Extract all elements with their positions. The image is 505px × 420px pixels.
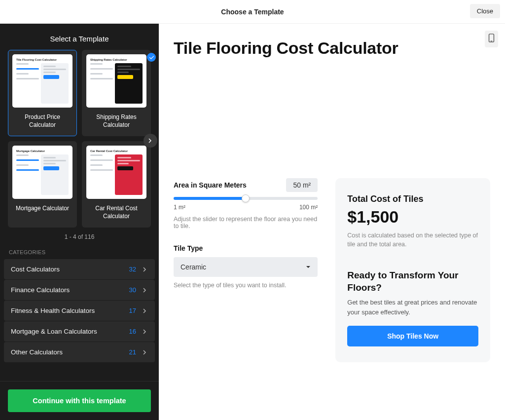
area-label: Area in Square Meters bbox=[174, 181, 247, 189]
tile-label: Tile Type bbox=[174, 244, 203, 252]
modal-title: Choose a Template bbox=[221, 8, 284, 16]
template-thumb: Car Rental Cost Calculator bbox=[86, 146, 146, 199]
cta-text: Get the best tiles at great prices and r… bbox=[347, 298, 478, 317]
categories-heading: CATEGORIES bbox=[0, 244, 159, 259]
main: Select a Template Tile Flooring Cost Cal… bbox=[0, 24, 505, 420]
category-other[interactable]: Other Calculators 21 bbox=[4, 342, 155, 362]
area-slider[interactable]: 1 m² 100 m² bbox=[174, 197, 318, 211]
area-value: 50 m² bbox=[286, 178, 318, 192]
preview-result-panel: Total Cost of Tiles $1,500 Cost is calcu… bbox=[335, 178, 490, 362]
template-card-shipping-rates[interactable]: Shipping Rates Calculator Shipping Rates… bbox=[82, 50, 151, 136]
templates-grid: Tile Flooring Cost Calculator Product Pr… bbox=[0, 50, 159, 228]
template-label: Car Rental Cost Calculator bbox=[86, 205, 146, 220]
shop-button[interactable]: Shop Tiles Now bbox=[347, 326, 478, 346]
slider-max: 100 m² bbox=[299, 204, 318, 211]
device-toggle-mobile[interactable] bbox=[485, 31, 498, 47]
preview-content: Area in Square Meters 50 m² 1 m² 100 m² bbox=[174, 178, 490, 362]
template-label: Product Price Calculator bbox=[12, 114, 72, 129]
mobile-icon bbox=[488, 34, 495, 42]
chevron-right-icon bbox=[142, 287, 148, 293]
slider-thumb[interactable] bbox=[242, 194, 250, 202]
chevron-right-icon bbox=[147, 138, 153, 144]
templates-pagination: 1 - 4 of 116 bbox=[0, 228, 159, 244]
total-hint: Cost is calculated based on the selected… bbox=[347, 231, 478, 249]
categories-list: Cost Calculators 32 Finance Calculators … bbox=[0, 259, 159, 362]
template-label: Shipping Rates Calculator bbox=[86, 114, 146, 129]
area-field: Area in Square Meters 50 m² 1 m² 100 m² bbox=[174, 178, 318, 229]
check-icon bbox=[147, 53, 156, 62]
chevron-right-icon bbox=[142, 308, 148, 314]
template-card-mortgage[interactable]: Mortgage Calculator Mortgage Calculator bbox=[8, 141, 77, 228]
templates-next-button[interactable] bbox=[144, 134, 157, 148]
total-label: Total Cost of Tiles bbox=[347, 194, 478, 204]
preview-left-column: Area in Square Meters 50 m² 1 m² 100 m² bbox=[174, 178, 318, 362]
preview-pane: Tile Flooring Cost Calculator Area in Sq… bbox=[159, 24, 505, 420]
template-thumb: Shipping Rates Calculator bbox=[86, 54, 146, 108]
tile-type-select[interactable]: Ceramic bbox=[174, 257, 318, 277]
tile-field: Tile Type Ceramic Select the type of til… bbox=[174, 244, 318, 289]
chevron-right-icon bbox=[142, 267, 148, 272]
close-button[interactable]: Close bbox=[470, 4, 500, 18]
cta-title: Ready to Transform Your Floors? bbox=[347, 269, 478, 294]
sidebar-footer: Continue with this template bbox=[0, 381, 159, 420]
chevron-right-icon bbox=[142, 349, 148, 355]
template-label: Mortgage Calculator bbox=[12, 205, 72, 213]
topbar: Choose a Template Close bbox=[0, 0, 505, 24]
slider-min: 1 m² bbox=[174, 204, 185, 211]
category-finance[interactable]: Finance Calculators 30 bbox=[4, 280, 155, 300]
category-cost[interactable]: Cost Calculators 32 bbox=[4, 259, 155, 279]
continue-button[interactable]: Continue with this template bbox=[8, 389, 151, 412]
sidebar: Select a Template Tile Flooring Cost Cal… bbox=[0, 24, 159, 420]
caret-down-icon bbox=[306, 265, 311, 269]
template-card-product-price[interactable]: Tile Flooring Cost Calculator Product Pr… bbox=[8, 50, 77, 136]
area-hint: Adjust the slider to represent the floor… bbox=[174, 216, 318, 229]
chevron-right-icon bbox=[142, 329, 148, 335]
sidebar-title: Select a Template bbox=[0, 24, 159, 50]
category-fitness[interactable]: Fitness & Health Calculators 17 bbox=[4, 301, 155, 321]
template-thumb: Mortgage Calculator bbox=[12, 146, 72, 199]
tile-hint: Select the type of tiles you want to ins… bbox=[174, 282, 318, 289]
preview-title: Tile Flooring Cost Calculator bbox=[174, 38, 490, 58]
template-thumb: Tile Flooring Cost Calculator bbox=[12, 54, 72, 108]
template-card-car-rental[interactable]: Car Rental Cost Calculator Car Rental Co… bbox=[82, 141, 151, 228]
tile-selected: Ceramic bbox=[180, 263, 206, 271]
total-value: $1,500 bbox=[347, 207, 478, 227]
category-mortgage[interactable]: Mortgage & Loan Calculators 16 bbox=[4, 321, 155, 342]
